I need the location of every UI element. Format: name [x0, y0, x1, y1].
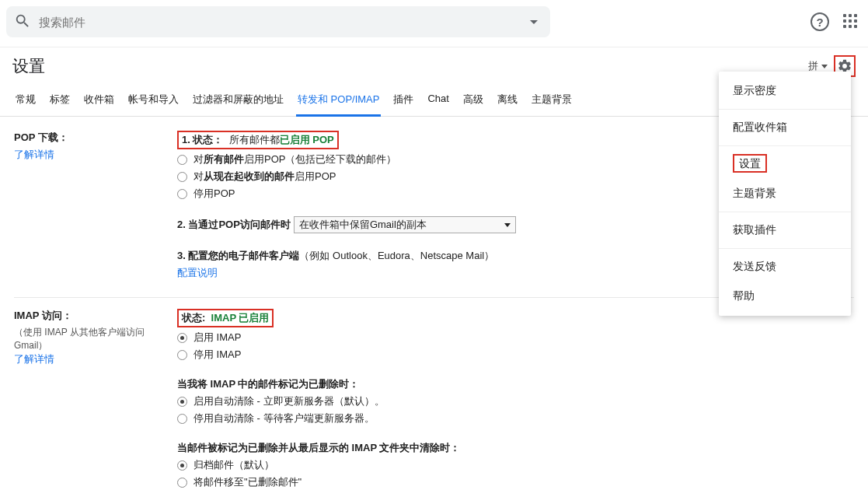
- apps-grid-icon[interactable]: [843, 14, 859, 30]
- pop-learn-link[interactable]: 了解详情: [14, 148, 177, 162]
- imap-last-archive: 归档邮件（默认）: [193, 458, 274, 472]
- pop-status-label: 1. 状态：: [182, 134, 223, 145]
- imap-status-highlight: 状态: IMAP 已启用: [177, 309, 274, 327]
- tab-filters[interactable]: 过滤器和屏蔽的地址: [191, 86, 285, 116]
- search-box[interactable]: [6, 6, 550, 37]
- tab-chat[interactable]: Chat: [426, 86, 450, 116]
- menu-display-density[interactable]: 显示密度: [719, 76, 851, 106]
- page-title: 设置: [12, 55, 45, 77]
- imap-opt-disable: 停用 IMAP: [193, 348, 241, 362]
- imap-heading: IMAP 访问：: [14, 309, 177, 323]
- pop-access-label: 2. 当通过POP访问邮件时: [177, 218, 291, 232]
- pop-config-link[interactable]: 配置说明: [177, 266, 218, 280]
- radio-imap-auto-on[interactable]: [177, 397, 187, 407]
- menu-settings[interactable]: 设置: [719, 149, 851, 179]
- pop-status-enabled: 已启用 POP: [280, 134, 334, 145]
- tab-inbox[interactable]: 收件箱: [82, 86, 116, 116]
- tab-advanced[interactable]: 高级: [462, 86, 485, 116]
- radio-imap-move[interactable]: [177, 478, 187, 488]
- imap-status-value: IMAP 已启用: [211, 312, 270, 324]
- pop-heading: POP 下载：: [14, 131, 177, 145]
- imap-last-move: 将邮件移至"已删除邮件": [193, 475, 302, 489]
- help-icon[interactable]: ?: [810, 12, 829, 31]
- menu-configure-inbox[interactable]: 配置收件箱: [719, 113, 851, 142]
- imap-last-heading: 当邮件被标记为已删除并从最后显示的 IMAP 文件夹中清除时：: [177, 441, 461, 455]
- menu-help[interactable]: 帮助: [719, 282, 851, 311]
- pop-config-label: 3. 配置您的电子邮件客户端: [177, 249, 299, 263]
- radio-imap-disable[interactable]: [177, 350, 187, 360]
- radio-imap-enable[interactable]: [177, 333, 187, 343]
- imap-subtext: （使用 IMAP 从其他客户端访问 Gmail）: [14, 326, 177, 352]
- tab-offline[interactable]: 离线: [496, 86, 519, 116]
- pop-status-highlight: 1. 状态： 所有邮件都已启用 POP: [177, 131, 339, 149]
- menu-themes[interactable]: 主题背景: [719, 179, 851, 208]
- pop-config-example: （例如 Outlook、Eudora、Netscape Mail）: [299, 249, 494, 263]
- radio-pop-disable[interactable]: [177, 189, 187, 199]
- radio-pop-now[interactable]: [177, 172, 187, 182]
- search-icon: [14, 12, 31, 32]
- radio-imap-auto-off[interactable]: [177, 414, 187, 424]
- imap-auto-on: 启用自动清除 - 立即更新服务器（默认）。: [193, 394, 385, 408]
- ime-caret-icon[interactable]: [821, 65, 828, 68]
- gear-dropdown-menu: 显示密度 配置收件箱 设置 主题背景 获取插件 发送反馈 帮助: [719, 72, 851, 316]
- imap-auto-off: 停用自动清除 - 等待客户端更新服务器。: [193, 411, 375, 425]
- radio-imap-archive[interactable]: [177, 460, 187, 471]
- imap-learn-link[interactable]: 了解详情: [14, 352, 177, 366]
- imap-delete-heading: 当我将 IMAP 中的邮件标记为已删除时：: [177, 377, 360, 391]
- tab-forwarding-pop-imap[interactable]: 转发和 POP/IMAP: [296, 86, 381, 117]
- chevron-down-icon: [504, 223, 511, 227]
- pop-access-select[interactable]: 在收件箱中保留Gmail的副本: [294, 216, 516, 233]
- topbar: ?: [0, 0, 868, 47]
- tab-labels[interactable]: 标签: [48, 86, 71, 116]
- pop-opt-disable: 停用POP: [193, 187, 235, 201]
- tab-general[interactable]: 常规: [14, 86, 37, 116]
- imap-opt-enable: 启用 IMAP: [193, 331, 241, 345]
- tab-accounts[interactable]: 帐号和导入: [127, 86, 180, 116]
- tab-themes[interactable]: 主题背景: [530, 86, 573, 116]
- radio-pop-all[interactable]: [177, 155, 187, 165]
- menu-feedback[interactable]: 发送反馈: [719, 252, 851, 282]
- menu-get-addons[interactable]: 获取插件: [719, 215, 851, 245]
- imap-section: IMAP 访问： （使用 IMAP 从其他客户端访问 Gmail） 了解详情 状…: [14, 309, 854, 490]
- pop-access-select-value: 在收件箱中保留Gmail的副本: [299, 218, 427, 232]
- imap-status-label: 状态:: [182, 312, 205, 324]
- pop-status-prefix: 所有邮件都: [229, 134, 280, 145]
- search-options-caret[interactable]: [530, 20, 538, 24]
- tab-addons[interactable]: 插件: [392, 86, 415, 116]
- search-input[interactable]: [31, 16, 530, 29]
